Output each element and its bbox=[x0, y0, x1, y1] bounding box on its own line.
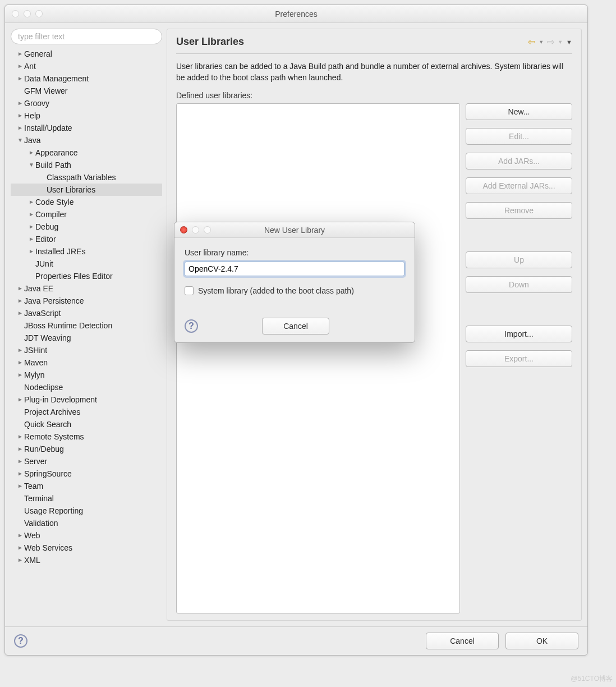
tree-item[interactable]: Properties Files Editor bbox=[11, 270, 162, 282]
tree-item[interactable]: Validation bbox=[11, 517, 162, 529]
tree-item[interactable]: ►JavaScript bbox=[11, 307, 162, 319]
tree-item[interactable]: ►Java Persistence bbox=[11, 295, 162, 307]
chevron-right-icon[interactable]: ► bbox=[16, 97, 24, 109]
chevron-right-icon[interactable]: ► bbox=[16, 554, 24, 566]
menu-icon[interactable]: ▼ bbox=[566, 39, 572, 45]
chevron-right-icon[interactable]: ► bbox=[16, 480, 24, 492]
chevron-right-icon[interactable]: ► bbox=[16, 295, 24, 307]
tree-item[interactable]: Nodeclipse bbox=[11, 381, 162, 393]
minimize-icon[interactable] bbox=[24, 10, 31, 17]
help-icon[interactable]: ? bbox=[185, 319, 198, 333]
zoom-icon[interactable] bbox=[35, 10, 43, 17]
chevron-right-icon[interactable]: ► bbox=[16, 282, 24, 295]
preferences-tree[interactable]: ►General►Ant►Data ManagementGFM Viewer►G… bbox=[11, 48, 162, 621]
tree-item[interactable]: Quick Search bbox=[11, 418, 162, 430]
library-name-input[interactable] bbox=[185, 262, 404, 276]
new-button[interactable]: New... bbox=[466, 103, 572, 120]
checkbox-icon[interactable] bbox=[185, 286, 194, 295]
chevron-right-icon[interactable]: ► bbox=[16, 542, 24, 554]
tree-item[interactable]: ▼Build Path bbox=[11, 159, 162, 171]
tree-item[interactable]: JUnit bbox=[11, 258, 162, 270]
system-library-row[interactable]: System library (added to the boot class … bbox=[185, 286, 404, 295]
tree-item[interactable]: ►SpringSource bbox=[11, 468, 162, 480]
cancel-button[interactable]: Cancel bbox=[426, 633, 499, 649]
back-menu-icon[interactable]: ▼ bbox=[539, 39, 544, 45]
tree-item[interactable]: ►Plug-in Development bbox=[11, 393, 162, 406]
import-button[interactable]: Import... bbox=[466, 326, 572, 342]
chevron-right-icon[interactable]: ► bbox=[27, 208, 35, 221]
help-icon[interactable]: ? bbox=[14, 634, 27, 648]
tree-item[interactable]: ►Java EE bbox=[11, 282, 162, 295]
edit-button[interactable]: Edit... bbox=[466, 128, 572, 145]
tree-item[interactable]: ►Maven bbox=[11, 356, 162, 369]
tree-item[interactable]: ►Web Services bbox=[11, 542, 162, 554]
tree-item[interactable]: Terminal bbox=[11, 492, 162, 505]
tree-item[interactable]: ►Web bbox=[11, 529, 162, 542]
chevron-down-icon[interactable]: ▼ bbox=[16, 134, 24, 146]
chevron-right-icon[interactable]: ► bbox=[27, 233, 35, 245]
tree-item[interactable]: ▼Java bbox=[11, 134, 162, 146]
tree-item[interactable]: ►Editor bbox=[11, 233, 162, 245]
user-libraries-list[interactable] bbox=[176, 103, 460, 613]
chevron-right-icon[interactable]: ► bbox=[16, 430, 24, 443]
tree-item[interactable]: ►XML bbox=[11, 554, 162, 566]
tree-item[interactable]: ►Remote Systems bbox=[11, 430, 162, 443]
tree-item[interactable]: JBoss Runtime Detection bbox=[11, 319, 162, 332]
filter-input[interactable]: type filter text bbox=[11, 29, 162, 44]
chevron-right-icon[interactable]: ► bbox=[16, 307, 24, 319]
close-icon[interactable] bbox=[180, 226, 187, 233]
tree-item[interactable]: ►Mylyn bbox=[11, 369, 162, 381]
export-button[interactable]: Export... bbox=[466, 350, 572, 367]
close-icon[interactable] bbox=[12, 10, 19, 17]
down-button[interactable]: Down bbox=[466, 276, 572, 293]
chevron-right-icon[interactable]: ► bbox=[16, 356, 24, 369]
minimize-icon[interactable] bbox=[192, 226, 199, 233]
chevron-right-icon[interactable]: ► bbox=[16, 344, 24, 356]
tree-item[interactable]: ►Compiler bbox=[11, 208, 162, 221]
remove-button[interactable]: Remove bbox=[466, 202, 572, 219]
chevron-right-icon[interactable]: ► bbox=[16, 122, 24, 134]
tree-item[interactable]: ►Install/Update bbox=[11, 122, 162, 134]
chevron-right-icon[interactable]: ► bbox=[16, 369, 24, 381]
chevron-right-icon[interactable]: ► bbox=[16, 72, 24, 85]
zoom-icon[interactable] bbox=[204, 226, 211, 233]
tree-item[interactable]: ►Appearance bbox=[11, 146, 162, 159]
add-jars-button[interactable]: Add JARs... bbox=[466, 153, 572, 170]
dialog-cancel-button[interactable]: Cancel bbox=[262, 318, 329, 335]
tree-item[interactable]: ►Help bbox=[11, 109, 162, 122]
chevron-right-icon[interactable]: ► bbox=[16, 443, 24, 455]
tree-item[interactable]: ►Server bbox=[11, 455, 162, 468]
chevron-right-icon[interactable]: ► bbox=[16, 109, 24, 122]
tree-item[interactable]: ►Groovy bbox=[11, 97, 162, 109]
ok-button[interactable]: OK bbox=[505, 633, 578, 649]
tree-item[interactable]: GFM Viewer bbox=[11, 85, 162, 97]
chevron-right-icon[interactable]: ► bbox=[27, 196, 35, 208]
tree-item[interactable]: Usage Reporting bbox=[11, 505, 162, 517]
add-external-jars-button[interactable]: Add External JARs... bbox=[466, 177, 572, 194]
chevron-right-icon[interactable]: ► bbox=[27, 245, 35, 258]
chevron-right-icon[interactable]: ► bbox=[16, 393, 24, 406]
chevron-right-icon[interactable]: ► bbox=[16, 60, 24, 72]
tree-item[interactable]: ►Data Management bbox=[11, 72, 162, 85]
chevron-right-icon[interactable]: ► bbox=[16, 455, 24, 468]
chevron-right-icon[interactable]: ► bbox=[27, 146, 35, 159]
tree-item[interactable]: ►Run/Debug bbox=[11, 443, 162, 455]
tree-item[interactable]: Project Archives bbox=[11, 406, 162, 418]
chevron-right-icon[interactable]: ► bbox=[27, 221, 35, 233]
tree-item[interactable]: ►JSHint bbox=[11, 344, 162, 356]
tree-item[interactable]: Classpath Variables bbox=[11, 171, 162, 184]
forward-menu-icon[interactable]: ▼ bbox=[558, 39, 563, 45]
back-icon[interactable]: ⇦ bbox=[528, 36, 535, 47]
chevron-right-icon[interactable]: ► bbox=[16, 529, 24, 542]
tree-item[interactable]: ►Code Style bbox=[11, 196, 162, 208]
up-button[interactable]: Up bbox=[466, 251, 572, 268]
tree-item[interactable]: ►General bbox=[11, 48, 162, 60]
chevron-down-icon[interactable]: ▼ bbox=[27, 159, 35, 171]
tree-item[interactable]: ►Ant bbox=[11, 60, 162, 72]
chevron-right-icon[interactable]: ► bbox=[16, 48, 24, 60]
tree-item[interactable]: ►Team bbox=[11, 480, 162, 492]
tree-item[interactable]: ►Installed JREs bbox=[11, 245, 162, 258]
tree-item[interactable]: JDT Weaving bbox=[11, 332, 162, 344]
chevron-right-icon[interactable]: ► bbox=[16, 468, 24, 480]
tree-item[interactable]: ►Debug bbox=[11, 221, 162, 233]
